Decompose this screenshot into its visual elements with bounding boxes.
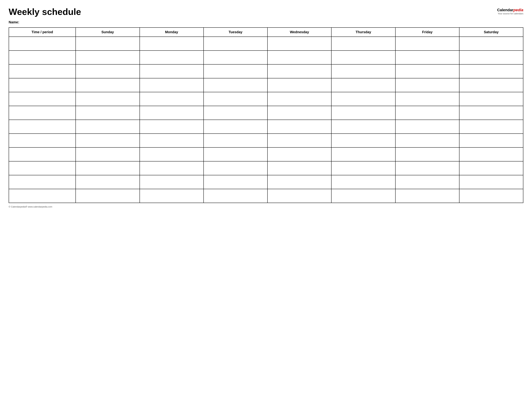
schedule-cell[interactable] [459, 106, 523, 120]
schedule-cell[interactable] [459, 134, 523, 147]
time-cell[interactable] [9, 161, 76, 175]
schedule-cell[interactable] [331, 120, 395, 134]
time-cell[interactable] [9, 106, 76, 120]
schedule-cell[interactable] [140, 134, 204, 147]
schedule-cell[interactable] [395, 134, 459, 147]
schedule-cell[interactable] [331, 37, 395, 51]
time-cell[interactable] [9, 51, 76, 64]
schedule-cell[interactable] [76, 147, 139, 161]
schedule-cell[interactable] [331, 78, 395, 92]
page-title: Weekly schedule [9, 7, 81, 17]
schedule-cell[interactable] [395, 37, 459, 51]
schedule-cell[interactable] [76, 161, 139, 175]
schedule-cell[interactable] [204, 106, 268, 120]
schedule-cell[interactable] [395, 175, 459, 189]
schedule-cell[interactable] [140, 106, 204, 120]
schedule-cell[interactable] [331, 189, 395, 203]
schedule-cell[interactable] [268, 51, 331, 64]
schedule-cell[interactable] [268, 161, 331, 175]
schedule-cell[interactable] [331, 147, 395, 161]
schedule-cell[interactable] [204, 78, 268, 92]
schedule-cell[interactable] [76, 120, 139, 134]
schedule-cell[interactable] [204, 120, 268, 134]
schedule-cell[interactable] [459, 37, 523, 51]
time-cell[interactable] [9, 134, 76, 147]
schedule-cell[interactable] [331, 64, 395, 78]
schedule-cell[interactable] [204, 161, 268, 175]
schedule-cell[interactable] [268, 92, 331, 106]
schedule-cell[interactable] [204, 64, 268, 78]
schedule-cell[interactable] [331, 134, 395, 147]
schedule-cell[interactable] [76, 106, 139, 120]
schedule-cell[interactable] [395, 64, 459, 78]
col-header-time: Time / period [9, 28, 76, 37]
schedule-cell[interactable] [76, 78, 139, 92]
schedule-cell[interactable] [395, 189, 459, 203]
schedule-cell[interactable] [395, 147, 459, 161]
schedule-cell[interactable] [76, 64, 139, 78]
schedule-cell[interactable] [204, 134, 268, 147]
schedule-cell[interactable] [459, 92, 523, 106]
schedule-cell[interactable] [140, 189, 204, 203]
schedule-cell[interactable] [268, 64, 331, 78]
schedule-cell[interactable] [140, 92, 204, 106]
schedule-cell[interactable] [331, 106, 395, 120]
schedule-cell[interactable] [76, 92, 139, 106]
time-cell[interactable] [9, 120, 76, 134]
schedule-cell[interactable] [140, 175, 204, 189]
schedule-cell[interactable] [76, 175, 139, 189]
schedule-cell[interactable] [204, 51, 268, 64]
schedule-cell[interactable] [459, 120, 523, 134]
schedule-cell[interactable] [459, 189, 523, 203]
schedule-cell[interactable] [395, 120, 459, 134]
schedule-cell[interactable] [140, 51, 204, 64]
schedule-cell[interactable] [268, 175, 331, 189]
schedule-cell[interactable] [76, 51, 139, 64]
schedule-cell[interactable] [204, 189, 268, 203]
schedule-cell[interactable] [140, 37, 204, 51]
schedule-cell[interactable] [204, 147, 268, 161]
schedule-cell[interactable] [331, 175, 395, 189]
schedule-cell[interactable] [76, 134, 139, 147]
time-cell[interactable] [9, 92, 76, 106]
time-cell[interactable] [9, 37, 76, 51]
schedule-cell[interactable] [76, 189, 139, 203]
schedule-cell[interactable] [268, 120, 331, 134]
schedule-cell[interactable] [140, 78, 204, 92]
schedule-cell[interactable] [140, 64, 204, 78]
schedule-cell[interactable] [395, 51, 459, 64]
schedule-cell[interactable] [204, 175, 268, 189]
schedule-cell[interactable] [140, 147, 204, 161]
schedule-cell[interactable] [331, 51, 395, 64]
time-cell[interactable] [9, 64, 76, 78]
schedule-cell[interactable] [268, 134, 331, 147]
schedule-cell[interactable] [459, 161, 523, 175]
schedule-cell[interactable] [395, 92, 459, 106]
time-cell[interactable] [9, 147, 76, 161]
schedule-cell[interactable] [268, 147, 331, 161]
schedule-cell[interactable] [459, 78, 523, 92]
time-cell[interactable] [9, 189, 76, 203]
time-cell[interactable] [9, 78, 76, 92]
schedule-cell[interactable] [459, 51, 523, 64]
schedule-cell[interactable] [268, 106, 331, 120]
schedule-cell[interactable] [459, 175, 523, 189]
schedule-cell[interactable] [331, 161, 395, 175]
schedule-cell[interactable] [331, 92, 395, 106]
schedule-body [9, 37, 523, 203]
schedule-cell[interactable] [459, 147, 523, 161]
schedule-cell[interactable] [140, 120, 204, 134]
schedule-cell[interactable] [204, 37, 268, 51]
schedule-cell[interactable] [459, 64, 523, 78]
schedule-cell[interactable] [268, 189, 331, 203]
schedule-cell[interactable] [140, 161, 204, 175]
schedule-cell[interactable] [268, 78, 331, 92]
schedule-cell[interactable] [268, 37, 331, 51]
schedule-cell[interactable] [395, 161, 459, 175]
table-row [9, 51, 523, 64]
schedule-cell[interactable] [76, 37, 139, 51]
schedule-cell[interactable] [204, 92, 268, 106]
schedule-cell[interactable] [395, 78, 459, 92]
time-cell[interactable] [9, 175, 76, 189]
schedule-cell[interactable] [395, 106, 459, 120]
